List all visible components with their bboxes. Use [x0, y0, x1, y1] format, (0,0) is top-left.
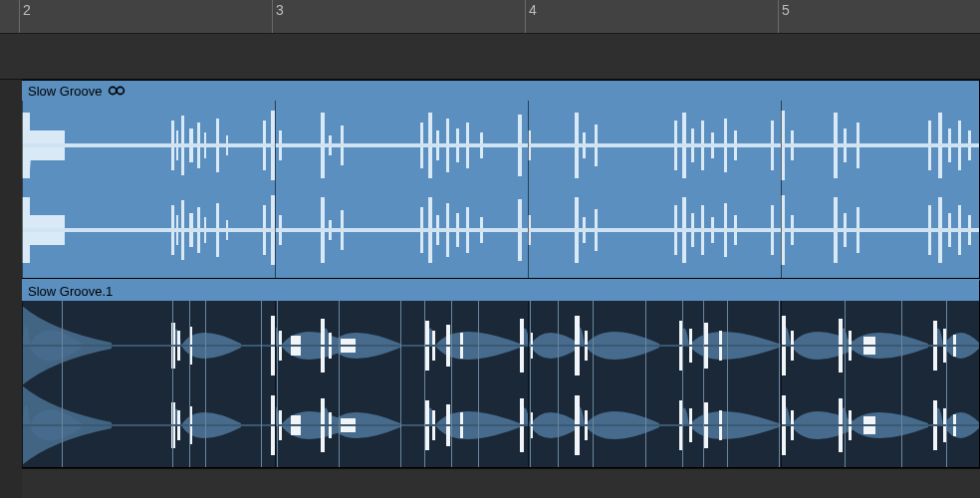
flex-marker[interactable]	[530, 301, 531, 468]
waveform-display-flex[interactable]	[22, 301, 979, 468]
audio-region-slow-groove[interactable]: Slow Groove	[22, 80, 980, 279]
bar-gridline	[22, 301, 23, 468]
flex-marker[interactable]	[727, 301, 728, 468]
region-name: Slow Groove.1	[28, 284, 113, 299]
flex-marker[interactable]	[172, 301, 173, 468]
audio-region-slow-groove-1[interactable]: Slow Groove.1	[22, 279, 980, 468]
flex-marker[interactable]	[593, 301, 594, 468]
bar-gridline	[781, 301, 782, 468]
flex-marker[interactable]	[400, 301, 401, 468]
flex-marker[interactable]	[451, 301, 452, 468]
timeline-lane-gap	[22, 468, 980, 498]
region-header[interactable]: Slow Groove.1	[22, 281, 979, 301]
bar-gridline	[22, 101, 23, 279]
bar-gridline	[528, 301, 529, 468]
ruler-label: 4	[529, 2, 537, 18]
bar-gridline	[275, 101, 276, 279]
flex-marker[interactable]	[845, 301, 846, 468]
svg-rect-50	[22, 143, 980, 147]
flex-marker[interactable]	[682, 301, 683, 468]
flex-marker[interactable]	[339, 301, 340, 468]
flex-marker[interactable]	[901, 301, 902, 468]
loop-icon	[108, 85, 125, 97]
flex-marker[interactable]	[703, 301, 704, 468]
ruler-label: 2	[23, 2, 31, 18]
flex-marker[interactable]	[946, 301, 947, 468]
svg-point-0	[110, 87, 117, 94]
timeline-lane-gap	[0, 34, 980, 80]
svg-rect-95	[22, 228, 980, 232]
ruler-label: 3	[276, 2, 284, 18]
flex-marker[interactable]	[779, 301, 780, 468]
svg-rect-155	[22, 424, 980, 426]
flex-marker[interactable]	[277, 301, 278, 468]
svg-rect-154	[22, 345, 980, 347]
region-header[interactable]: Slow Groove	[22, 81, 979, 101]
flex-marker[interactable]	[558, 301, 559, 468]
waveform-svg	[22, 101, 980, 279]
bar-gridline	[275, 301, 276, 468]
region-name: Slow Groove	[28, 84, 102, 99]
flex-marker[interactable]	[424, 301, 425, 468]
flex-marker[interactable]	[189, 301, 190, 468]
svg-point-1	[118, 87, 124, 94]
ruler-label: 5	[782, 2, 790, 18]
flex-marker[interactable]	[62, 301, 63, 468]
bar-gridline	[781, 101, 782, 279]
tracks-area[interactable]: Slow Groove	[0, 80, 980, 498]
flex-marker[interactable]	[478, 301, 479, 468]
flex-marker[interactable]	[261, 301, 262, 468]
flex-marker[interactable]	[645, 301, 646, 468]
bar-gridline	[528, 101, 529, 279]
flex-marker[interactable]	[205, 301, 206, 468]
timeline-ruler[interactable]: 2 3 4 5	[0, 0, 980, 34]
waveform-svg-flex	[22, 301, 980, 468]
waveform-display[interactable]	[22, 101, 979, 279]
